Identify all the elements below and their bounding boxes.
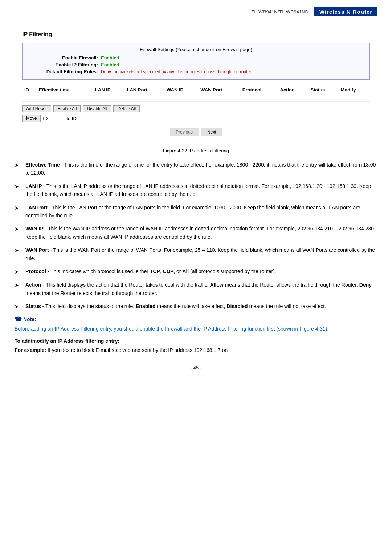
move-id-label: ID xyxy=(43,116,48,121)
note-section: ☎ Note: Before adding an IP Address Filt… xyxy=(15,316,377,333)
col-id: ID xyxy=(22,86,37,94)
add-modify-example-bold: For example: xyxy=(15,347,46,353)
col-effective-time: Effective time xyxy=(37,86,93,94)
default-rules-label: Default Filtering Rules: xyxy=(28,69,101,74)
bullet-text-6: Protocol - This indicates which protocol… xyxy=(25,267,377,275)
note-label-text: Note: xyxy=(23,316,36,322)
previous-button[interactable]: Previous xyxy=(170,128,199,136)
bullet-arrow-2: ➤ xyxy=(15,182,25,190)
bullet-wan-ip: ➤ WAN IP - This is the WAN IP address or… xyxy=(15,225,377,241)
bullet-arrow-1: ➤ xyxy=(15,161,25,169)
bullet-arrow-4: ➤ xyxy=(15,225,25,233)
action-buttons-row: Add New... Enable All Disable All Delete… xyxy=(22,105,370,112)
bullet-text-2: LAN IP - This is the LAN IP address or t… xyxy=(25,182,377,198)
note-label: ☎ Note: xyxy=(15,316,377,323)
bullet-status: ➤ Status - This field displays the statu… xyxy=(15,302,377,311)
add-modify-text: For example: If you desire to block E-ma… xyxy=(15,346,377,354)
content-section: ➤ Effective Time - This is the time or t… xyxy=(15,161,377,311)
nav-row: Previous Next xyxy=(22,126,370,136)
bullet-lan-port: ➤ LAN Port - This is the LAN Port or the… xyxy=(15,204,377,220)
ip-filtering-title: IP Filtering xyxy=(22,31,370,38)
header-product: Wireless N Router xyxy=(314,7,377,16)
bullet-arrow-7: ➤ xyxy=(15,281,25,289)
move-row: Move ID to ID xyxy=(22,115,370,122)
firewall-enable-label: Enable Firewall: xyxy=(28,55,101,61)
ip-filtering-label: Enable IP Filtering: xyxy=(28,62,101,67)
bullet-protocol: ➤ Protocol - This indicates which protoc… xyxy=(15,267,377,276)
bullet-wan-port: ➤ WAN Port - This is the WAN Port or the… xyxy=(15,246,377,262)
add-modify-section: To add/modify an IP Address filtering en… xyxy=(15,338,377,354)
col-lan-ip: LAN IP xyxy=(93,86,125,94)
note-text: Before adding an IP Address Filtering en… xyxy=(15,325,377,333)
firewall-row-2: Enable IP Filtering: Enabled xyxy=(28,62,364,67)
note-phone-icon: ☎ xyxy=(15,316,22,323)
bullet-text-4: WAN IP - This is the WAN IP address or t… xyxy=(25,225,377,241)
col-lan-port: LAN Port xyxy=(124,86,164,94)
bullet-action: ➤ Action - This field displays the actio… xyxy=(15,281,377,297)
bullet-arrow-3: ➤ xyxy=(15,204,25,212)
bullet-lan-ip: ➤ LAN IP - This is the LAN IP address or… xyxy=(15,182,377,198)
next-button[interactable]: Next xyxy=(201,128,222,136)
col-modify: Modify xyxy=(339,86,370,94)
col-protocol: Protocol xyxy=(240,86,278,94)
filter-table: ID Effective time LAN IP LAN Port WAN IP… xyxy=(22,86,370,102)
firewall-row-1: Enable Firewall: Enabled xyxy=(28,55,364,61)
firewall-settings: Firewall Settings (You can change it on … xyxy=(22,43,370,80)
firewall-enable-value: Enabled xyxy=(101,55,119,61)
move-to-label: to ID xyxy=(66,116,76,121)
col-wan-port: WAN Port xyxy=(198,86,240,94)
figure-caption: Figure 4-32 IP address Filtering xyxy=(15,148,377,153)
col-action: Action xyxy=(278,86,309,94)
move-id-input[interactable] xyxy=(50,115,64,122)
enable-all-button[interactable]: Enable All xyxy=(53,105,81,112)
add-new-button[interactable]: Add New... xyxy=(22,105,51,112)
delete-all-button[interactable]: Delete All xyxy=(113,105,140,112)
page-header: TL-WR941N/TL-WR941ND Wireless N Router xyxy=(15,7,377,19)
bullet-effective-time: ➤ Effective Time - This is the time or t… xyxy=(15,161,377,177)
disable-all-button[interactable]: Disable All xyxy=(83,105,111,112)
bullet-arrow-6: ➤ xyxy=(15,267,25,276)
default-rules-value: Deny the packets not specified by any fi… xyxy=(101,69,252,74)
bullet-text-8: Status - This field displays the status … xyxy=(25,302,377,310)
header-model: TL-WR941N/TL-WR941ND xyxy=(251,9,308,15)
col-status: Status xyxy=(309,86,339,94)
add-modify-title: To add/modify an IP Address filtering en… xyxy=(15,338,377,344)
page-number: - 45 - xyxy=(15,365,377,370)
bullet-text-5: WAN Port - This is the WAN Port or the r… xyxy=(25,246,377,262)
bullet-text-3: LAN Port - This is the LAN Port or the r… xyxy=(25,204,377,220)
firewall-row-3: Default Filtering Rules: Deny the packet… xyxy=(28,69,364,74)
ip-filtering-box: IP Filtering Firewall Settings (You can … xyxy=(15,25,377,142)
move-to-id-input[interactable] xyxy=(79,115,93,122)
move-button[interactable]: Move xyxy=(22,115,41,122)
bullet-text-7: Action - This field displays the action … xyxy=(25,281,377,297)
bullet-arrow-8: ➤ xyxy=(15,302,25,311)
ip-filtering-value: Enabled xyxy=(101,62,119,67)
table-empty-row xyxy=(22,94,370,102)
add-modify-example-text: If you desire to block E-mail received a… xyxy=(46,347,228,353)
firewall-settings-title: Firewall Settings (You can change it on … xyxy=(28,47,364,52)
bullet-arrow-5: ➤ xyxy=(15,246,25,254)
bullet-text-1: Effective Time - This is the time or the… xyxy=(25,161,377,177)
col-wan-ip: WAN IP xyxy=(164,86,198,94)
